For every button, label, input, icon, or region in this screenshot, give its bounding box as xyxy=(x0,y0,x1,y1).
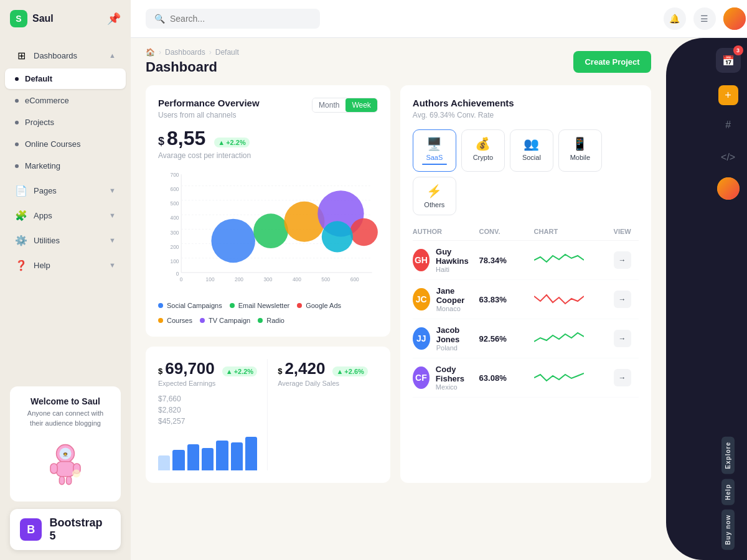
month-btn[interactable]: Month xyxy=(312,98,345,112)
breadcrumb-parent[interactable]: Dashboards xyxy=(165,48,205,57)
view-btn-cody[interactable]: → xyxy=(614,369,631,386)
author-name-jane: Jane Cooper xyxy=(436,286,474,305)
sidebar-item-pages[interactable]: 📄 Pages ▼ xyxy=(5,179,126,202)
performance-header: Performance Overview Users from all chan… xyxy=(158,98,378,119)
svg-text:0: 0 xyxy=(176,271,179,277)
legend-label-tv: TV Campaign xyxy=(209,317,250,324)
app-name: Saul xyxy=(32,13,54,24)
dollar-sign: $ xyxy=(158,135,164,148)
period-toggle[interactable]: Month Week xyxy=(312,98,378,113)
view-btn-jane[interactable]: → xyxy=(614,291,631,308)
sidebar-item-ecommerce[interactable]: eCommerce xyxy=(5,90,126,111)
explore-label[interactable]: Explore xyxy=(721,437,735,474)
week-btn[interactable]: Week xyxy=(345,98,377,112)
avatar-jane: JC xyxy=(413,288,430,310)
sidebar-label-default: Default xyxy=(25,74,52,83)
sidebar-label-dashboards: Dashboards xyxy=(34,51,77,60)
bootstrap-badge: B Bootstrap 5 xyxy=(10,509,121,550)
tab-others[interactable]: ⚡ Others xyxy=(413,177,456,215)
dashboards-icon: ⊞ xyxy=(15,49,27,62)
chevron-icon-utilities: ▼ xyxy=(109,236,116,244)
stat-label-sales: Average Daily Sales xyxy=(278,380,368,387)
bar-1 xyxy=(158,455,170,470)
avatar-top[interactable] xyxy=(717,177,740,200)
sidebar-item-utilities[interactable]: ⚙️ Utilities ▼ xyxy=(5,228,126,252)
add-btn[interactable]: + xyxy=(718,85,738,105)
saas-underline xyxy=(422,164,447,165)
svg-rect-2 xyxy=(57,462,75,477)
sidebar-label-apps: Apps xyxy=(34,211,52,220)
svg-text:200: 200 xyxy=(235,276,243,282)
svg-text:500: 500 xyxy=(321,276,330,282)
search-icon: 🔍 xyxy=(154,14,165,24)
metric-row: $ 8,55 ▲ +2.2% xyxy=(158,127,378,150)
help-label[interactable]: Help xyxy=(721,479,735,505)
metric-badge: ▲ +2.2% xyxy=(214,138,249,147)
arrow-up-icon: ▲ xyxy=(218,139,225,146)
user-avatar[interactable] xyxy=(723,7,746,30)
sidebar-label-projects: Projects xyxy=(25,118,54,127)
logo-icon: S xyxy=(10,10,27,27)
create-project-button[interactable]: Create Project xyxy=(573,51,651,73)
menu-btn[interactable]: ☰ xyxy=(693,7,716,30)
pin-icon[interactable]: 📌 xyxy=(107,12,121,26)
svg-text:400: 400 xyxy=(171,215,179,221)
avatar-guy: GH xyxy=(413,249,430,271)
mini-bar-chart xyxy=(158,433,257,470)
sidebar-label-marketing: Marketing xyxy=(25,161,60,170)
search-input[interactable] xyxy=(170,14,311,24)
legend-item-social: Social Campaigns xyxy=(158,302,222,309)
sidebar-item-dashboards[interactable]: ⊞ Dashboards ▲ xyxy=(5,44,126,67)
avatar-jacob: JJ xyxy=(413,327,430,350)
tab-social[interactable]: 👥 Social xyxy=(510,129,553,172)
view-btn-jacob[interactable]: → xyxy=(614,330,631,347)
sidebar-item-marketing[interactable]: Marketing xyxy=(5,156,126,176)
hash-btn[interactable]: # xyxy=(716,113,741,138)
breadcrumb-sep2: › xyxy=(209,48,212,57)
astronaut-illustration: 👨‍🚀 xyxy=(20,436,111,492)
search-box[interactable]: 🔍 xyxy=(146,9,320,29)
notifications-btn[interactable]: 🔔 xyxy=(664,7,686,30)
sidebar-item-help[interactable]: ❓ Help ▼ xyxy=(5,253,126,277)
bar-7 xyxy=(245,437,257,470)
dot-projects xyxy=(15,121,19,124)
dot-ecommerce xyxy=(15,99,19,103)
sidebar-item-online-courses[interactable]: Online Courses xyxy=(5,134,126,154)
tab-saas[interactable]: 🖥️ SaaS xyxy=(413,129,456,172)
authors-header: Authors Achievements Avg. 69.34% Conv. R… xyxy=(413,98,639,119)
code-btn[interactable]: </> xyxy=(716,145,741,170)
stat-value-row-2: $ 2,420 ▲ +2.6% xyxy=(278,359,368,378)
badge-val-1: +2.2% xyxy=(234,368,254,375)
nav-section-dashboards: ⊞ Dashboards ▲ Default eCommerce xyxy=(0,44,131,176)
calendar-badge: 3 xyxy=(733,45,743,55)
sidebar-nav: ⊞ Dashboards ▲ Default eCommerce xyxy=(0,37,131,376)
tab-crypto[interactable]: 💰 Crypto xyxy=(461,129,505,172)
author-name-cody: Cody Fishers xyxy=(436,365,474,383)
category-tabs: 🖥️ SaaS 💰 Crypto 👥 Social xyxy=(413,129,639,215)
bubble-chart: 700 600 500 400 300 200 100 0 0 100 200 xyxy=(158,170,378,294)
svg-point-37 xyxy=(322,221,353,252)
view-btn-guy[interactable]: → xyxy=(614,251,631,269)
main-content: 🔍 🔔 ☰ ⚙️ 🏠 › Dashboards › xyxy=(131,0,747,560)
author-info-guy: GH Guy Hawkins Haiti xyxy=(413,247,474,273)
bar-2 xyxy=(172,450,184,470)
sidebar-item-apps[interactable]: 🧩 Apps ▼ xyxy=(5,203,126,227)
svg-text:100: 100 xyxy=(206,276,215,282)
header-chart: CHART xyxy=(534,228,609,235)
breadcrumb-current: Default xyxy=(215,48,239,57)
sidebar-item-default[interactable]: Default xyxy=(5,68,126,89)
conv-rate-cody: 63.08% xyxy=(479,373,529,383)
pages-icon: 📄 xyxy=(15,184,27,197)
svg-text:0: 0 xyxy=(180,276,183,282)
help-icon: ❓ xyxy=(15,259,27,271)
legend-dot-google xyxy=(297,303,302,308)
legend-dot-radio xyxy=(258,318,263,323)
table-row: JC Jane Cooper Monaco 63.83% → xyxy=(413,280,639,319)
crypto-icon: 💰 xyxy=(475,136,491,151)
author-location-jacob: Poland xyxy=(436,344,474,352)
tab-mobile[interactable]: 📱 Mobile xyxy=(558,129,602,172)
legend-dot-email xyxy=(230,303,235,308)
sidebar-item-projects[interactable]: Projects xyxy=(5,112,126,133)
legend-dot-social xyxy=(158,303,163,308)
buy-label[interactable]: Buy now xyxy=(721,510,735,550)
